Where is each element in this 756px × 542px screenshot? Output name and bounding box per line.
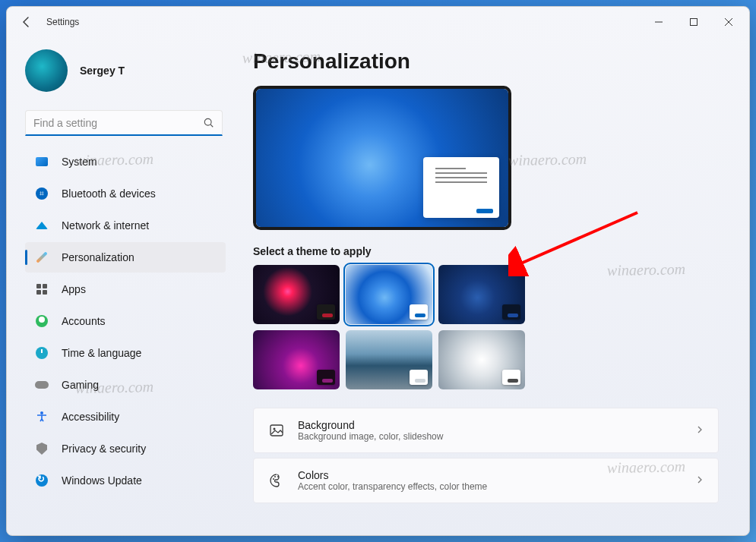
close-button[interactable]	[711, 10, 746, 34]
setting-title: Background	[298, 419, 683, 431]
nav-label: Accessibility	[62, 411, 119, 423]
nav-label: Gaming	[62, 379, 99, 391]
setting-subtitle: Accent color, transparency effects, colo…	[298, 481, 683, 492]
nav-accessibility[interactable]: Accessibility	[25, 402, 226, 432]
clock-icon	[34, 345, 49, 361]
nav-label: Time & language	[62, 347, 141, 359]
image-icon	[267, 421, 286, 440]
accessibility-icon	[34, 409, 49, 424]
nav-gaming[interactable]: Gaming	[25, 370, 226, 400]
svg-point-7	[273, 478, 274, 480]
settings-window: Settings Sergey T System ⌗Bluetooth & de…	[6, 6, 750, 536]
svg-rect-1	[691, 19, 697, 26]
nav-label: Bluetooth & devices	[62, 187, 156, 200]
setting-title: Colors	[298, 469, 683, 481]
chevron-right-icon	[695, 474, 704, 487]
paintbrush-icon	[34, 250, 49, 265]
setting-background[interactable]: Background Background image, color, slid…	[253, 408, 719, 453]
desktop-preview	[253, 86, 511, 230]
nav-label: Apps	[62, 283, 86, 295]
shield-icon	[34, 441, 49, 456]
nav-label: Windows Update	[62, 474, 142, 487]
theme-tile-6[interactable]	[438, 330, 525, 389]
sidebar: Sergey T System ⌗Bluetooth & devices Net…	[7, 37, 235, 535]
app-title: Settings	[46, 17, 79, 27]
back-button[interactable]	[13, 8, 40, 36]
svg-point-4	[40, 411, 43, 414]
theme-tile-3[interactable]	[438, 265, 525, 324]
content-area[interactable]: Personalization Select a theme to apply	[235, 37, 749, 535]
setting-text: Background Background image, color, slid…	[298, 419, 683, 442]
theme-tile-4[interactable]	[253, 330, 340, 389]
search-icon	[204, 118, 214, 128]
chevron-right-icon	[695, 424, 704, 437]
nav-label: Personalization	[62, 251, 134, 263]
titlebar: Settings	[7, 7, 749, 37]
user-profile[interactable]: Sergey T	[25, 43, 235, 104]
setting-subtitle: Background image, color, slideshow	[298, 431, 683, 442]
minimize-button[interactable]	[641, 10, 676, 34]
nav-label: Accounts	[62, 315, 106, 327]
window-controls	[641, 10, 746, 34]
nav-label: System	[62, 156, 97, 168]
apps-icon	[34, 282, 49, 297]
theme-grid	[253, 265, 719, 389]
gamepad-icon	[34, 377, 49, 392]
nav-bluetooth[interactable]: ⌗Bluetooth & devices	[25, 178, 226, 209]
setting-text: Colors Accent color, transparency effect…	[298, 469, 683, 492]
nav-personalization[interactable]: Personalization	[25, 242, 226, 273]
svg-point-2	[204, 118, 211, 125]
nav-list: System ⌗Bluetooth & devices Network & in…	[25, 145, 235, 529]
wifi-icon	[34, 218, 49, 233]
system-icon	[34, 154, 49, 169]
theme-tile-1[interactable]	[253, 265, 340, 324]
window-body: Sergey T System ⌗Bluetooth & devices Net…	[7, 37, 749, 535]
palette-icon	[267, 471, 286, 490]
nav-apps[interactable]: Apps	[25, 274, 226, 304]
nav-time-language[interactable]: Time & language	[25, 338, 226, 368]
nav-label: Network & internet	[62, 219, 149, 232]
svg-point-9	[277, 476, 279, 477]
avatar	[25, 49, 68, 92]
search-input[interactable]	[33, 117, 204, 129]
search-box[interactable]	[25, 110, 223, 136]
svg-line-3	[210, 124, 213, 127]
nav-network[interactable]: Network & internet	[25, 210, 226, 241]
nav-label: Privacy & security	[62, 443, 146, 455]
svg-point-6	[274, 428, 276, 430]
nav-privacy[interactable]: Privacy & security	[25, 433, 226, 464]
setting-colors[interactable]: Colors Accent color, transparency effect…	[253, 458, 719, 503]
page-title: Personalization	[253, 49, 719, 74]
nav-windows-update[interactable]: Windows Update	[25, 465, 226, 496]
theme-tile-2[interactable]	[346, 265, 432, 324]
theme-tile-5[interactable]	[346, 330, 432, 389]
update-icon	[34, 473, 49, 488]
maximize-button[interactable]	[676, 10, 711, 34]
preview-window	[423, 157, 499, 218]
user-name: Sergey T	[80, 65, 125, 77]
svg-point-8	[274, 476, 276, 477]
person-icon	[34, 314, 49, 329]
nav-accounts[interactable]: Accounts	[25, 306, 226, 336]
theme-section-label: Select a theme to apply	[253, 245, 719, 257]
nav-system[interactable]: System	[25, 147, 226, 177]
bluetooth-icon: ⌗	[34, 186, 49, 201]
